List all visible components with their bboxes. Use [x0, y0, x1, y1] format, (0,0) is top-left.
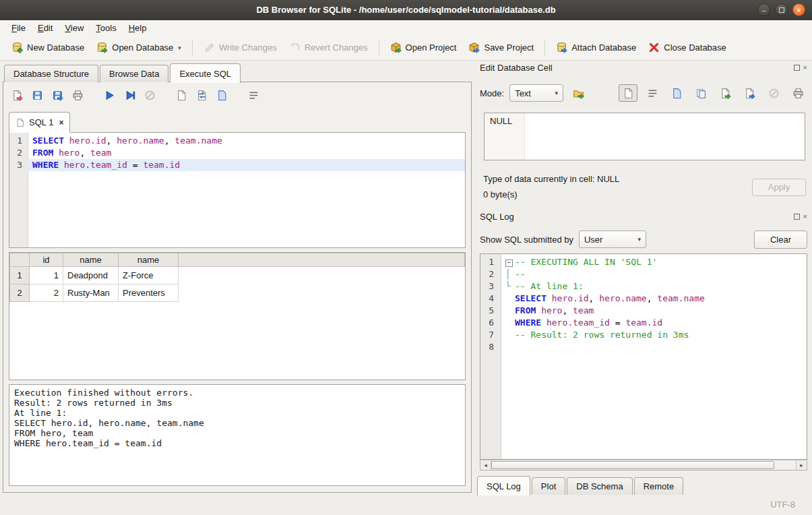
open-sql-file-icon — [11, 90, 23, 101]
row-number[interactable]: 2 — [10, 284, 30, 302]
print-button[interactable] — [69, 87, 86, 103]
column-header[interactable]: name — [63, 253, 119, 267]
log-hscrollbar[interactable]: ◂ ▸ — [480, 460, 807, 471]
titlebar[interactable]: DB Browser for SQLite - /home/user/code/… — [0, 0, 812, 21]
menubar: FileEditViewToolsHelp — [0, 20, 812, 35]
table-cell[interactable]: Z-Force — [119, 267, 179, 284]
open-project-button[interactable]: Open Project — [384, 38, 463, 57]
float-icon[interactable] — [794, 65, 800, 71]
open-new-tab-button[interactable] — [173, 87, 190, 103]
tab-execute-sql[interactable]: Execute SQL — [170, 63, 241, 83]
fold-marker-icon: └ — [505, 280, 515, 293]
text-mode-button[interactable] — [619, 84, 637, 102]
open-sql-file-button[interactable] — [9, 87, 26, 103]
column-header[interactable]: name — [119, 253, 179, 267]
table-cell[interactable]: 1 — [30, 267, 63, 284]
export-cell-icon — [744, 88, 755, 99]
revert-changes-icon — [289, 42, 301, 53]
log-filter-value: User — [584, 235, 602, 245]
attach-database-button[interactable]: Attach Database — [550, 38, 642, 57]
close-icon[interactable]: × — [803, 65, 807, 71]
panel-splitter[interactable] — [472, 62, 477, 493]
log-filter-select[interactable]: User ▾ — [579, 231, 646, 248]
close-button[interactable]: × — [792, 3, 805, 16]
import-in-cell-button[interactable] — [569, 84, 588, 102]
cell-editor[interactable]: NULL — [484, 113, 805, 160]
export-cell-button[interactable] — [740, 84, 759, 102]
row-filler — [179, 284, 465, 302]
save-project-icon — [468, 42, 480, 53]
sql-editor-lines: 1SELECT hero.id, hero.name, team.name2FR… — [9, 135, 465, 171]
close-database-icon — [648, 42, 660, 53]
toolbar-separator — [379, 40, 379, 56]
sql-tab[interactable]: SQL 1 × — [9, 112, 70, 133]
sql-log-dock: × — [794, 214, 807, 220]
apply-button: Apply — [752, 179, 806, 196]
scroll-left-icon[interactable]: ◂ — [480, 460, 491, 470]
close-database-button[interactable]: Close Database — [642, 38, 732, 57]
set-null-icon — [768, 88, 780, 99]
menu-edit[interactable]: Edit — [32, 22, 59, 34]
toolbar-separator — [192, 40, 193, 56]
save-project-button[interactable]: Save Project — [462, 38, 540, 57]
execute-all-button[interactable] — [101, 87, 118, 103]
window-controls: – × — [757, 3, 805, 16]
menu-help[interactable]: Help — [123, 22, 153, 34]
print-button[interactable] — [788, 84, 807, 102]
tab-browse-data[interactable]: Browse Data — [100, 65, 168, 82]
cell-editor-gutter: NULL — [485, 113, 525, 160]
float-icon[interactable] — [794, 214, 800, 220]
fold-marker-icon[interactable]: − — [505, 256, 515, 268]
code-line: 4SELECT hero.id, hero.name, team.name — [480, 293, 807, 305]
scroll-right-icon[interactable]: ▸ — [796, 460, 807, 470]
scrollbar-thumb[interactable] — [491, 461, 774, 469]
sql-editor[interactable]: 1SELECT hero.id, hero.name, team.name2FR… — [9, 132, 466, 248]
bottom-tab-db-schema[interactable]: DB Schema — [567, 477, 632, 495]
minimize-button[interactable]: – — [757, 3, 770, 16]
column-header[interactable]: id — [30, 253, 63, 267]
maximize-button[interactable] — [775, 3, 788, 16]
open-database-button[interactable]: Open Database▾ — [90, 38, 187, 57]
word-wrap-icon — [647, 88, 658, 99]
table-cell[interactable]: Deadpond — [63, 267, 119, 284]
word-wrap-button[interactable] — [245, 87, 262, 103]
table-cell[interactable]: Preventers — [119, 284, 179, 302]
sql-log-editor[interactable]: 1−-- EXECUTING ALL IN 'SQL 1'2│--3└-- At… — [480, 253, 807, 460]
cell-size-info: 0 byte(s) — [483, 189, 518, 200]
menu-file[interactable]: File — [5, 22, 32, 34]
bottom-tab-plot[interactable]: Plot — [532, 477, 565, 495]
execute-current-line-button[interactable] — [121, 87, 138, 103]
table-cell[interactable]: 2 — [30, 284, 63, 302]
bottom-tab-sql-log[interactable]: SQL Log — [477, 476, 530, 495]
main-toolbar: New DatabaseOpen Database▾Write ChangesR… — [0, 35, 812, 61]
new-database-button[interactable]: New Database — [5, 38, 90, 57]
bottom-tab-remote[interactable]: Remote — [634, 477, 684, 495]
clear-log-button[interactable]: Clear — [754, 231, 807, 249]
open-new-tab-icon — [176, 90, 187, 101]
save-sql-as-button[interactable] — [49, 87, 66, 103]
format-sql-icon — [216, 90, 228, 101]
mode-select[interactable]: Text ▾ — [509, 84, 563, 102]
find-replace-button[interactable] — [193, 87, 210, 103]
tab-database-structure[interactable]: Database Structure — [4, 65, 98, 82]
close-icon[interactable]: × — [803, 214, 807, 220]
copy-icon — [695, 88, 707, 99]
toolbar-separator — [544, 40, 545, 56]
table-cell[interactable]: Rusty-Man — [63, 284, 119, 302]
window-title: DB Browser for SQLite - /home/user/code/… — [0, 0, 812, 20]
table-row[interactable]: 11DeadpondZ-Force — [10, 267, 465, 284]
table-row[interactable]: 22Rusty-ManPreventers — [10, 284, 465, 302]
import-cell-button[interactable] — [716, 84, 735, 102]
import-cell-icon — [720, 88, 731, 99]
word-wrap-button[interactable] — [643, 84, 662, 102]
row-number[interactable]: 1 — [10, 267, 30, 284]
app-window: DB Browser for SQLite - /home/user/code/… — [0, 0, 812, 515]
open-in-editor-icon — [671, 88, 683, 99]
open-in-editor-button[interactable] — [667, 84, 686, 102]
menu-view[interactable]: View — [59, 22, 90, 34]
format-sql-button[interactable] — [214, 87, 230, 103]
save-sql-file-button[interactable] — [29, 87, 46, 103]
menu-tools[interactable]: Tools — [90, 22, 122, 34]
copy-button[interactable] — [691, 84, 710, 102]
close-tab-icon[interactable]: × — [59, 118, 63, 127]
